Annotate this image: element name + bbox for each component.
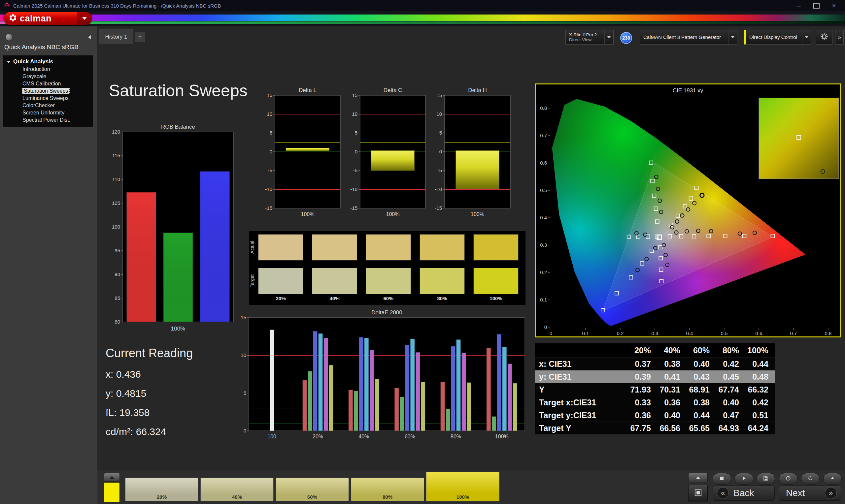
svg-text:90: 90 [115, 271, 120, 277]
svg-text:10: 10 [241, 352, 246, 358]
svg-text:100: 100 [112, 224, 120, 230]
settings-button[interactable] [816, 30, 832, 44]
sidebar-item-introduction[interactable]: Introduction [3, 66, 93, 73]
pattern-generator-selector[interactable]: CalMAN Client 3 Pattern Generator [640, 30, 737, 44]
table-col-header: 100% [744, 346, 773, 355]
current-pattern-swatch[interactable] [104, 482, 120, 502]
swatch-col-label: 40% [312, 295, 357, 301]
stop-icon [720, 476, 724, 482]
target-swatch-20% [258, 268, 303, 294]
meter-selector[interactable]: X-Rite i1Pro 2 Direct View [565, 30, 614, 44]
table-row-target-y-cie31: Target y:CIE310.360.400.440.470.51 [535, 409, 775, 421]
sidebar-item-colorchecker[interactable]: ColorChecker [3, 102, 93, 109]
meter-name: X-Rite i1Pro 2 [569, 32, 597, 37]
cie-1931-xy-chart: CIE 1931 xy000.10.10.20.20.30.30.40.40.5… [535, 84, 841, 338]
pattern-swatch-20%[interactable]: 20% [125, 478, 198, 501]
arrow-up-icon [696, 476, 700, 479]
app-icon [4, 2, 10, 9]
swatch-col-label: 20% [258, 295, 303, 301]
svg-text:0.3: 0.3 [540, 242, 547, 248]
pattern-generator-dropdown-button[interactable] [728, 30, 737, 44]
svg-text:115: 115 [112, 153, 120, 158]
minimize-button[interactable]: – [797, 2, 801, 9]
svg-text:100%: 100% [386, 212, 400, 217]
pattern-swatch-80%[interactable]: 80% [351, 478, 424, 501]
svg-text:0.2: 0.2 [540, 269, 547, 275]
close-button[interactable]: × [832, 2, 836, 9]
svg-text:0.6: 0.6 [540, 160, 547, 166]
next-label: Next [783, 488, 820, 498]
display-control-selector[interactable]: Direct Display Control [744, 30, 811, 44]
target-swatch-80% [420, 268, 465, 294]
titlebar: Calman 2025 Calman Ultimate for Business… [0, 0, 845, 11]
refresh-button[interactable] [801, 473, 820, 485]
panel-toggle-button[interactable]: » [835, 30, 844, 44]
meter-panel-button[interactable] [688, 473, 708, 482]
actual-swatch-20% [258, 234, 303, 260]
gear-icon [820, 32, 828, 42]
display-control-dropdown-button[interactable] [802, 30, 811, 44]
tab-history-1[interactable]: History 1 [99, 29, 133, 44]
svg-text:0: 0 [439, 149, 442, 155]
play-button[interactable] [735, 473, 753, 485]
swatch-col-label: 80% [420, 295, 465, 301]
svg-text:Delta C: Delta C [384, 87, 402, 93]
add-tab-button[interactable]: + [135, 32, 145, 42]
current-reading: Current Reading x: 0.436 y: 0.4815 fL: 1… [106, 346, 193, 445]
reading-cdm2: cd/m²: 66.324 [106, 426, 193, 437]
calman-logo-button[interactable]: calman [4, 12, 92, 25]
svg-text:100%: 100% [495, 434, 509, 439]
swatch-col-label: 60% [366, 295, 411, 301]
svg-text:-5: -5 [438, 167, 442, 173]
logo-menu-button[interactable] [77, 12, 92, 25]
svg-text:0: 0 [244, 428, 246, 433]
pattern-swatch-60%[interactable]: 60% [276, 478, 349, 501]
delta-h-chart: Delta H151050-5-10-15100% [429, 86, 513, 227]
svg-text:0.8: 0.8 [825, 330, 832, 336]
svg-text:-10: -10 [265, 186, 272, 192]
back-button[interactable]: « Back [712, 486, 775, 501]
collapse-sidebar-button[interactable] [85, 33, 94, 41]
sidebar-item-luminance-sweeps[interactable]: Luminance Sweeps [3, 95, 93, 102]
meter-gauge-button[interactable] [779, 473, 797, 485]
sidebar-dot-button[interactable] [5, 34, 13, 41]
table-row-y-cie31: y: CIE310.390.410.430.450.48 [535, 370, 775, 383]
sidebar-item-saturation-sweeps[interactable]: Saturation Sweeps [3, 87, 93, 95]
swatch-row-label-target: Target [249, 268, 257, 294]
current-reading-heading: Current Reading [106, 346, 193, 360]
tree-root-label: Quick Analysis [13, 58, 53, 65]
svg-text:100%: 100% [301, 212, 315, 217]
svg-text:DeltaE 2000: DeltaE 2000 [371, 309, 402, 316]
save-button[interactable] [757, 473, 775, 485]
next-button[interactable]: Next » [779, 486, 841, 501]
stop-button[interactable] [712, 473, 731, 485]
svg-text:Delta H: Delta H [468, 87, 487, 93]
table-col-header: 40% [655, 346, 685, 355]
meter-dropdown-button[interactable] [604, 30, 613, 44]
advance-button[interactable] [823, 473, 842, 485]
sidebar-item-grayscale[interactable]: Grayscale [3, 73, 93, 80]
svg-text:110: 110 [112, 177, 120, 182]
next-icon: » [825, 487, 837, 499]
svg-text:0: 0 [550, 330, 552, 336]
sidebar-item-spectral-power-dist-[interactable]: Spectral Power Dist. [3, 116, 93, 124]
sidebar-item-cms-calibration[interactable]: CMS Calibration [3, 80, 93, 87]
reading-fl: fL: 19.358 [106, 407, 193, 418]
svg-text:-15: -15 [350, 205, 357, 211]
pattern-popup-button[interactable] [104, 473, 120, 482]
pattern-bar: 20%40%60%80%100% « Back Next » [98, 470, 845, 504]
pattern-swatch-100%[interactable]: 100% [426, 472, 499, 501]
svg-text:-10: -10 [350, 186, 357, 192]
pattern-swatch-40%[interactable]: 40% [200, 478, 274, 501]
tree-root-quick-analysis[interactable]: Quick Analysis [3, 58, 93, 66]
pattern-generator-label: CalMAN Client 3 Pattern Generator [643, 34, 721, 40]
pattern-window-button[interactable] [688, 485, 708, 502]
display-control-label: Direct Display Control [749, 34, 797, 40]
app-window: Calman 2025 Calman Ultimate for Business… [0, 0, 845, 504]
maximize-button[interactable] [813, 3, 820, 8]
brand-row: calman [0, 11, 845, 26]
svg-text:5: 5 [439, 130, 442, 136]
calman-flower-icon [8, 14, 17, 23]
rgb-balance-chart: RGB Balance80859095100105110115120100% [107, 123, 236, 344]
sidebar-item-screen-uniformity[interactable]: Screen Uniformity [3, 109, 93, 116]
